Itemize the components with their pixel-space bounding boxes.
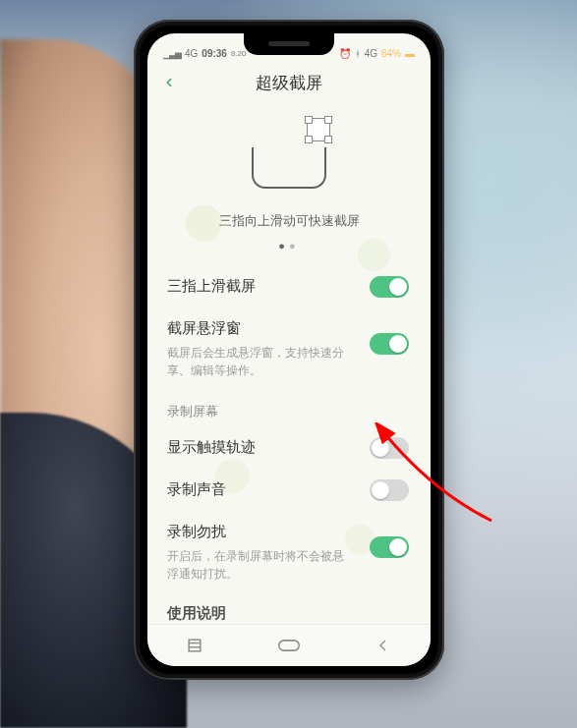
row-subtext: 开启后，在录制屏幕时将不会被悬浮通知打扰。 — [167, 547, 354, 583]
title-bar: 超级截屏 — [147, 61, 431, 104]
signal-icon: ▁▃▅ — [163, 49, 181, 59]
battery-pct: 64% — [381, 48, 401, 59]
settings-list: 三指上滑截屏 截屏悬浮窗 截屏后会生成悬浮窗，支持快速分享、编辑等操作。 录制屏… — [147, 265, 431, 623]
status-subtime: 8.20 — [231, 49, 247, 58]
row-show-touch[interactable]: 显示触摸轨迹 — [147, 426, 431, 469]
phone-frame: ▁▃▅ 4G 09:36 8.20 ⏰ ᚼ 4G 64% ▬ 超级截 — [134, 20, 444, 680]
phone-bezel: ▁▃▅ 4G 09:36 8.20 ⏰ ᚼ 4G 64% ▬ 超级截 — [140, 26, 438, 674]
row-float-window[interactable]: 截屏悬浮窗 截屏后会生成悬浮窗，支持快速分享、编辑等操作。 — [147, 308, 431, 391]
back-button[interactable] — [157, 71, 181, 94]
toggle-float-window[interactable] — [370, 333, 409, 355]
row-usage-instructions[interactable]: 使用说明 — [147, 594, 431, 623]
toggle-record-dnd[interactable] — [370, 536, 409, 558]
hero-caption: 三指向上滑动可快速截屏 — [219, 212, 360, 230]
nav-back-button[interactable] — [370, 632, 397, 659]
row-subtext: 截屏后会生成悬浮窗，支持快速分享、编辑等操作。 — [167, 344, 354, 379]
toggle-record-audio[interactable] — [370, 479, 409, 501]
svg-rect-3 — [279, 641, 300, 650]
status-left: ▁▃▅ 4G 09:36 8.20 — [157, 48, 247, 59]
status-time: 09:36 — [202, 48, 227, 59]
network-label: 4G — [185, 48, 198, 59]
hero-illustration — [244, 114, 334, 189]
hero-panel[interactable]: 三指向上滑动可快速截屏 ●● — [167, 108, 411, 257]
row-three-finger[interactable]: 三指上滑截屏 — [147, 265, 431, 308]
network2-label: 4G — [365, 48, 377, 59]
earpiece-speaker — [268, 41, 310, 46]
page-dots[interactable]: ●● — [278, 240, 299, 252]
screen: ▁▃▅ 4G 09:36 8.20 ⏰ ᚼ 4G 64% ▬ 超级截 — [147, 33, 431, 666]
toggle-show-touch[interactable] — [370, 437, 409, 459]
selection-rect-icon — [307, 118, 330, 141]
battery-icon: ▬ — [405, 48, 415, 59]
row-record-dnd[interactable]: 录制勿扰 开启后，在录制屏幕时将不会被悬浮通知打扰。 — [147, 511, 431, 594]
row-record-audio[interactable]: 录制声音 — [147, 469, 431, 511]
alarm-icon: ⏰ — [339, 48, 351, 59]
status-right: ⏰ ᚼ 4G 64% ▬ — [339, 48, 421, 59]
nav-recent-button[interactable] — [181, 632, 208, 659]
nav-home-button[interactable] — [275, 632, 303, 659]
bluetooth-icon: ᚼ — [355, 48, 361, 59]
nav-bar — [147, 624, 431, 666]
svg-rect-0 — [189, 640, 201, 651]
section-record: 录制屏幕 — [147, 391, 431, 426]
toggle-three-finger[interactable] — [370, 276, 409, 298]
page-title: 超级截屏 — [147, 72, 431, 94]
